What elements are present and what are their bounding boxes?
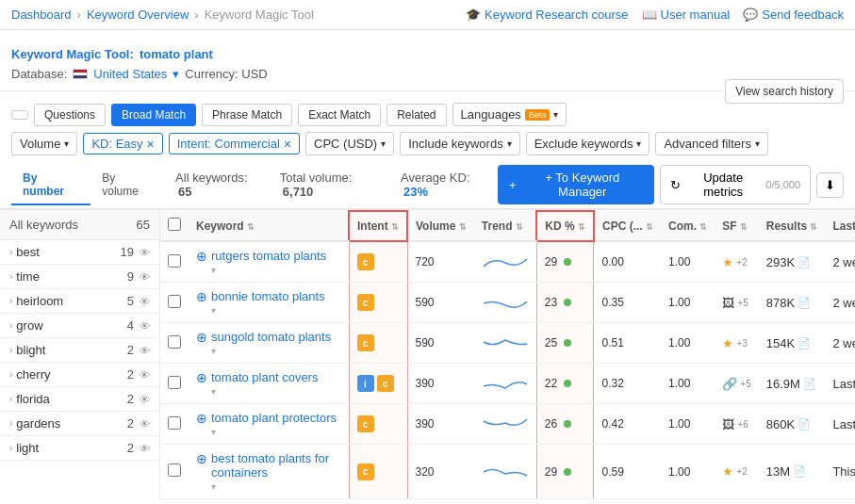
com-cell: 1.00 [661,404,715,445]
sidebar-item[interactable]: ›time 9👁 [0,265,159,289]
keyword-dropdown-arrow[interactable]: ▾ [211,346,331,356]
sidebar-item-cherry[interactable]: ›cherry 2👁 [0,363,159,387]
th-cpc[interactable]: CPC (... ⇅ [594,211,661,241]
close-icon[interactable]: × [147,138,155,151]
results-cell: 860K 📄 [759,404,826,445]
kd-easy-filter-tag[interactable]: KD: Easy × [83,133,162,154]
update-metrics-button[interactable]: ↻ Update metrics 0/5,000 [660,165,811,204]
sidebar-item[interactable]: ›gardens 2👁 [0,412,159,436]
keyword-link[interactable]: sungold tomato plants [211,330,331,344]
add-keyword-icon[interactable]: ⊕ [196,370,207,385]
tab-phrase-match[interactable]: Phrase Match [202,104,292,126]
select-all-checkbox[interactable] [168,218,181,231]
keyword-dropdown-arrow[interactable]: ▾ [211,427,337,437]
th-com[interactable]: Com. ⇅ [661,211,715,241]
keyword-dropdown-arrow[interactable]: ▾ [211,305,325,316]
row-checkbox[interactable] [168,254,181,268]
update-text: 2 weeks ... [832,255,855,269]
cpc-cell: 0.35 [594,283,661,323]
th-trend[interactable]: Trend ⇅ [474,211,537,241]
intent-badge: c [357,415,374,432]
trend-chart [482,250,529,272]
chevron-down-icon: ▾ [636,138,641,149]
keyword-link[interactable]: bonnie tomato plants [211,289,325,303]
th-intent[interactable]: Intent ⇅ [349,211,407,241]
add-to-keyword-manager-button[interactable]: + + To Keyword Manager [498,165,654,204]
tab-by-number[interactable]: By number [11,166,90,205]
breadcrumb-dashboard[interactable]: Dashboard [11,8,72,22]
close-icon[interactable]: × [284,138,291,151]
add-keyword-icon[interactable]: ⊕ [196,411,207,426]
sidebar-item[interactable]: ›heirloom 5👁 [0,289,159,314]
exclude-keywords-dropdown[interactable]: Exclude keywords ▾ [526,132,650,155]
keyword-link[interactable]: tomato plant protectors [211,411,337,425]
sidebar-item[interactable]: ›grow 4👁 [0,314,159,338]
keyword-link[interactable]: rutgers tomato plants [211,249,326,263]
keyword-dropdown-arrow[interactable]: ▾ [211,386,318,397]
results-value: 293K [766,255,795,269]
sidebar-item[interactable]: ›light 2👁 [0,436,159,461]
sidebar-item[interactable]: ›best 19👁 [0,240,159,265]
th-last-update[interactable]: Last Update ⇅ [825,211,855,241]
include-keywords-dropdown[interactable]: Include keywords ▾ [400,132,519,155]
sidebar-item[interactable]: ›florida 2👁 [0,387,159,412]
keyword-dropdown-arrow[interactable]: ▾ [211,265,326,275]
languages-dropdown[interactable]: Languages Beta ▾ [452,103,567,126]
row-checkbox[interactable] [168,416,181,430]
add-keyword-icon[interactable]: ⊕ [196,451,207,466]
volume-dropdown[interactable]: Volume ▾ [11,132,77,155]
add-keyword-icon[interactable]: ⊕ [196,289,207,304]
row-checkbox[interactable] [168,295,181,308]
user-manual-link[interactable]: 📖 User manual [642,8,731,22]
row-checkbox[interactable] [168,463,181,477]
add-keyword-icon[interactable]: ⊕ [196,249,207,264]
export-button[interactable]: ⬇ [816,172,844,198]
tab-related[interactable]: Related [386,104,446,126]
sf-cell: 🖼+5 [715,283,758,323]
tab-by-volume[interactable]: By volume [90,166,164,205]
keyword-link[interactable]: best tomato plants for containers [211,451,341,480]
add-keyword-icon[interactable]: ⊕ [196,330,207,345]
cpc-dropdown[interactable]: CPC (USD) ▾ [305,132,394,155]
sort-icon: ⇅ [646,222,653,232]
keyword-link[interactable]: tomato plant covers [211,370,318,384]
th-results[interactable]: Results ⇅ [759,211,826,241]
th-sf[interactable]: SF ⇅ [715,211,758,241]
advanced-filters-dropdown[interactable]: Advanced filters ▾ [655,132,768,155]
update-text: Last week [832,377,855,391]
view-search-history-button[interactable]: View search history [725,79,844,104]
results-value: 878K [766,296,795,310]
intent-cell: c [349,404,407,445]
breadcrumb-keyword-overview[interactable]: Keyword Overview [87,8,189,22]
send-feedback-link[interactable]: 💬 Send feedback [743,8,844,22]
intent-cell: c [349,241,407,283]
keyword-cell: ⊕ tomato plant covers ▾ [189,364,349,404]
volume-cell: 320 [407,445,474,499]
sort-icon: ⇅ [247,222,255,232]
tab-all[interactable] [11,110,28,120]
tab-questions[interactable]: Questions [34,104,106,126]
dropdown-arrow[interactable]: ▾ [173,67,179,81]
keyword-dropdown-arrow[interactable]: ▾ [211,481,341,492]
th-keyword[interactable]: Keyword ⇅ [189,211,349,241]
results-cell: 293K 📄 [759,241,826,283]
sf-cell: ★+2 [715,445,758,499]
com-cell: 1.00 [661,364,715,404]
view-tabs: By number By volume [0,166,175,205]
th-volume[interactable]: Volume ⇅ [407,211,474,241]
chevron-right-icon: › [9,443,12,453]
eye-icon: 👁 [140,320,150,332]
sf-extra: +6 [737,419,748,430]
tab-broad-match[interactable]: Broad Match [111,104,196,126]
kd-cell: 25 [536,323,594,364]
row-checkbox[interactable] [168,335,181,349]
eye-icon: 👁 [140,296,150,307]
tab-exact-match[interactable]: Exact Match [298,104,381,126]
keyword-research-course-link[interactable]: 🎓 Keyword Research course [466,8,628,22]
th-kd[interactable]: KD % ⇅ [536,211,594,241]
sidebar-item[interactable]: ›blight 2👁 [0,338,159,363]
results-value: 154K [766,336,795,350]
intent-commercial-filter-tag[interactable]: Intent: Commercial × [169,133,300,154]
row-checkbox[interactable] [168,376,181,389]
country-link[interactable]: United States [93,67,167,81]
